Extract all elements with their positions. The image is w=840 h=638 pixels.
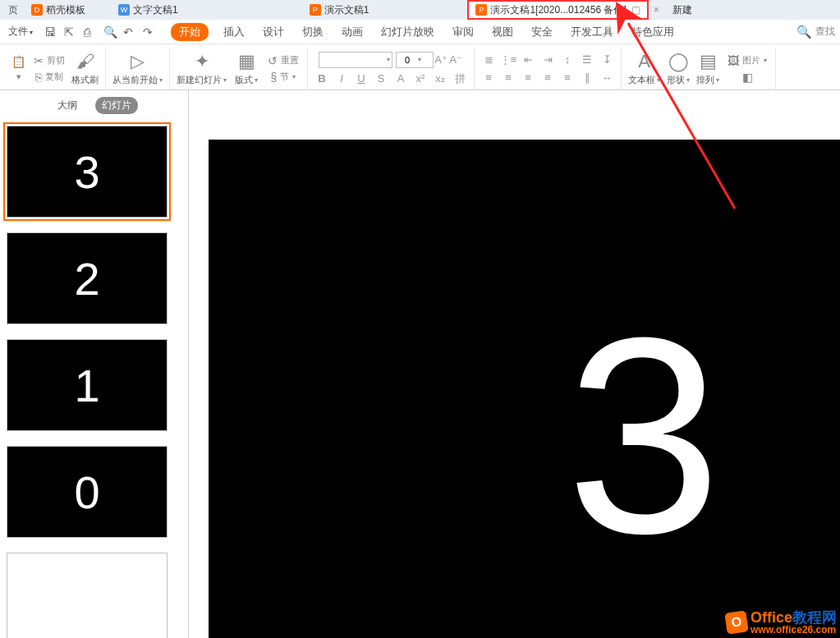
home-tab[interactable]: 页	[0, 0, 23, 20]
paste-drop[interactable]: ▾	[15, 71, 23, 83]
tab-slideshow[interactable]: 幻灯片放映	[378, 23, 438, 41]
subscript-button[interactable]: x₂	[433, 71, 448, 86]
slides-tab[interactable]: 幻灯片	[95, 97, 138, 114]
work-area: 大纲 幻灯片 3 2 1 0 3	[0, 90, 840, 638]
play-from-current-button[interactable]: ▷ 从当前开始▾	[112, 51, 163, 86]
find-button[interactable]: 🔍 查找	[796, 25, 835, 39]
tab-label: 新建	[672, 3, 692, 17]
ppt-doc-icon: P	[475, 4, 487, 16]
format-painter-icon: 🖌	[76, 51, 94, 72]
columns-button[interactable]: ∥	[580, 71, 594, 85]
tab-label: 文字文稿1	[133, 3, 178, 17]
spacing-button[interactable]: ↔	[599, 71, 614, 85]
export-icon[interactable]: ⇱	[64, 25, 77, 39]
reset-button[interactable]: ↺重置	[266, 53, 301, 68]
increase-font-icon[interactable]: A⁺	[434, 53, 448, 67]
slide-thumb-5[interactable]	[7, 553, 168, 638]
phonetic-button[interactable]: 拼	[452, 71, 467, 86]
textbox-icon: A	[638, 51, 650, 72]
close-tab-icon[interactable]: ×	[649, 4, 664, 16]
new-tab[interactable]: 新建	[664, 0, 700, 20]
presenter-icon: ▢	[631, 4, 640, 16]
cut-button[interactable]: ✂剪切	[32, 53, 67, 68]
shapes-button[interactable]: ◯ 形状▾	[667, 51, 690, 86]
copy-button[interactable]: ⎘复制	[34, 70, 65, 85]
textbox-button[interactable]: A 文本框▾	[628, 51, 660, 86]
slide-thumb-1[interactable]: 3	[7, 126, 168, 218]
menu-bar: 文件▾ 🖫 ⇱ ⎙ 🔍 ↶ ↷ 开始 插入 设计 切换 动画 幻灯片放映 审阅 …	[0, 20, 840, 44]
bullets-button[interactable]: ≣	[481, 53, 496, 67]
slide-panel: 大纲 幻灯片 3 2 1 0	[0, 90, 189, 638]
paste-button[interactable]: 📋	[10, 54, 27, 69]
tab-start[interactable]: 开始	[171, 23, 209, 41]
tab-review[interactable]: 审阅	[449, 23, 477, 41]
font-size-input[interactable]	[397, 55, 418, 65]
word-doc-icon: W	[118, 4, 130, 16]
indent-dec-button[interactable]: ⇤	[521, 53, 535, 67]
tab-animation[interactable]: 动画	[338, 23, 366, 41]
save-icon[interactable]: 🖫	[44, 25, 57, 39]
current-slide[interactable]: 3	[209, 140, 840, 638]
tab-insert[interactable]: 插入	[220, 23, 248, 41]
redo-icon[interactable]: ↷	[143, 25, 156, 39]
file-menu[interactable]: 文件▾	[5, 25, 36, 39]
shapes-icon: ◯	[668, 51, 689, 72]
new-slide-icon: ✦	[195, 51, 209, 72]
section-button[interactable]: §节▾	[269, 70, 298, 85]
tab-transition[interactable]: 切换	[299, 23, 327, 41]
slide-text: 3	[566, 275, 721, 596]
indent-inc-button[interactable]: ⇥	[540, 53, 555, 67]
align-left-button[interactable]: ≡	[481, 71, 496, 85]
font-family-select[interactable]: ▾	[319, 52, 392, 68]
search-icon: 🔍	[796, 25, 812, 39]
strike-button[interactable]: S	[374, 71, 388, 86]
numbering-button[interactable]: ⋮≡	[501, 53, 516, 67]
layout-button[interactable]: ▦ 版式▾	[235, 51, 258, 86]
tab-special[interactable]: 特色应用	[628, 23, 677, 41]
align-button[interactable]: ☰	[580, 53, 594, 67]
format-painter-button[interactable]: 🖌 格式刷	[71, 51, 99, 86]
distribute-button[interactable]: ≡	[560, 71, 575, 85]
tab-ppt-backup-active[interactable]: P 演示文稿1[2020...012456 备份] ▢	[467, 0, 648, 20]
print-icon[interactable]: ⎙	[84, 25, 97, 39]
underline-button[interactable]: U	[354, 71, 369, 86]
italic-button[interactable]: I	[334, 71, 349, 86]
tab-label: 演示文稿1[2020...012456 备份]	[490, 3, 626, 17]
quick-styles-button[interactable]: ◧	[741, 70, 755, 85]
tab-devtools[interactable]: 开发工具	[567, 23, 617, 41]
undo-icon[interactable]: ↶	[123, 25, 136, 39]
picture-button[interactable]: 🖼图片▾	[726, 53, 769, 68]
slide-thumb-2[interactable]: 2	[7, 232, 168, 324]
tab-ppt1[interactable]: P 演示文稿1	[301, 0, 378, 20]
tab-view[interactable]: 视图	[489, 23, 516, 41]
arrange-button[interactable]: ▤ 排列▾	[696, 51, 719, 86]
layout-icon: ▦	[238, 51, 255, 72]
preview-icon[interactable]: 🔍	[103, 25, 117, 39]
decrease-font-icon[interactable]: A⁻	[448, 53, 463, 67]
outline-tab[interactable]: 大纲	[51, 97, 84, 114]
align-center-button[interactable]: ≡	[501, 71, 516, 85]
linespacing-button[interactable]: ↕	[560, 53, 575, 67]
canvas[interactable]: 3	[189, 90, 840, 638]
play-icon: ▷	[131, 51, 145, 72]
tab-doc1[interactable]: W 文字文稿1	[110, 0, 186, 20]
ppt-doc-icon: P	[310, 4, 321, 16]
justify-button[interactable]: ≡	[540, 71, 555, 85]
tab-design[interactable]: 设计	[259, 23, 287, 41]
superscript-button[interactable]: x²	[413, 71, 428, 86]
bold-button[interactable]: B	[314, 71, 329, 86]
highlight-button[interactable]: A	[393, 71, 408, 86]
ribbon-tabs: 开始 插入 设计 切换 动画 幻灯片放映 审阅 视图 安全 开发工具 特色应用	[171, 23, 677, 41]
tab-templates[interactable]: D 稻壳模板	[23, 0, 94, 20]
textdir-button[interactable]: ↧	[599, 53, 614, 67]
slide-thumb-3[interactable]: 1	[7, 339, 168, 431]
find-label: 查找	[815, 25, 835, 39]
new-slide-button[interactable]: ✦ 新建幻灯片▾	[177, 51, 227, 86]
slide-thumbnails: 3 2 1 0	[0, 121, 188, 638]
arrange-icon: ▤	[700, 51, 717, 72]
template-icon: D	[31, 4, 43, 16]
font-size-select[interactable]: ▾	[396, 52, 434, 68]
tab-security[interactable]: 安全	[528, 23, 556, 41]
align-right-button[interactable]: ≡	[521, 71, 535, 85]
slide-thumb-4[interactable]: 0	[7, 446, 168, 538]
